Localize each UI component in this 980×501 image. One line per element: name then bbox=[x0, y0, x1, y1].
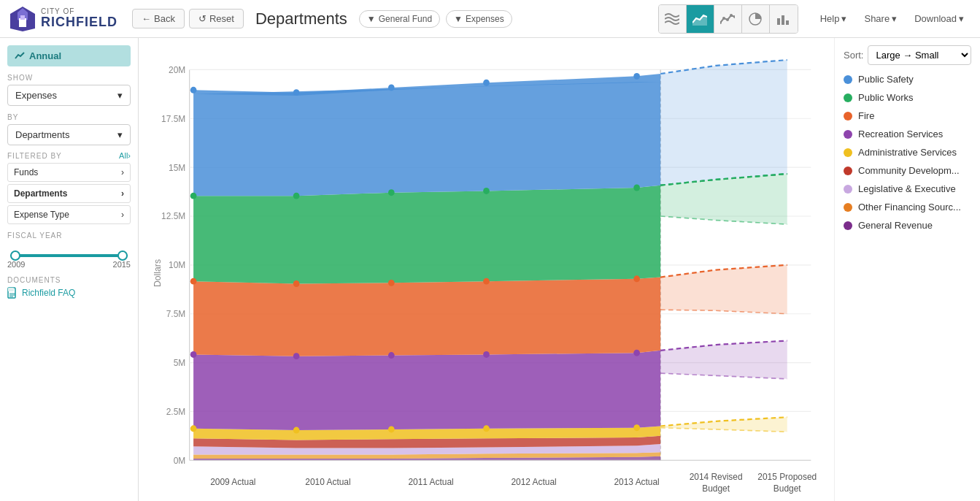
chart-area: Dollars 20M 17.5M 15M 12.5M 10M 7.5M 5M bbox=[139, 38, 834, 501]
filter-all-link[interactable]: All› bbox=[119, 151, 131, 160]
sort-select[interactable]: Large → Small bbox=[868, 45, 971, 65]
richfield-faq-link[interactable]: Richfield FAQ bbox=[7, 287, 131, 299]
share-chevron-icon: ▾ bbox=[892, 13, 897, 24]
filter-pill-general-fund[interactable]: ▼ General Fund bbox=[359, 10, 440, 28]
filter-pill-expenses[interactable]: ▼ Expenses bbox=[446, 10, 512, 28]
funds-chevron-icon: › bbox=[121, 167, 124, 177]
by-label: BY bbox=[7, 113, 131, 121]
filter-icon-2: ▼ bbox=[454, 14, 463, 24]
svg-text:12.5M: 12.5M bbox=[161, 211, 185, 221]
slider-labels: 2009 2015 bbox=[7, 260, 131, 269]
legend-item-legislative[interactable]: Legislative & Executive bbox=[844, 183, 971, 194]
svg-marker-58 bbox=[193, 74, 660, 196]
back-button[interactable]: ← Back bbox=[132, 9, 185, 28]
legend-item-recreation[interactable]: Recreation Services bbox=[844, 129, 971, 139]
logo-name: RICHFIELD bbox=[41, 15, 117, 30]
svg-text:2011 Actual: 2011 Actual bbox=[408, 477, 453, 487]
svg-text:2.5M: 2.5M bbox=[166, 407, 185, 417]
svg-text:2013 Actual: 2013 Actual bbox=[614, 477, 659, 487]
svg-text:20M: 20M bbox=[169, 65, 185, 75]
svg-text:2012 Actual: 2012 Actual bbox=[511, 477, 556, 487]
filter-expense-type[interactable]: Expense Type › bbox=[7, 205, 131, 224]
legend-item-public-works[interactable]: Public Works bbox=[844, 92, 971, 103]
svg-point-77 bbox=[483, 278, 490, 285]
svg-text:Budget: Budget bbox=[773, 483, 801, 493]
legend-dot-public-works bbox=[844, 93, 852, 102]
svg-marker-59 bbox=[660, 60, 787, 186]
svg-point-70 bbox=[293, 193, 300, 199]
svg-point-69 bbox=[190, 193, 197, 199]
legend-dot-public-safety bbox=[844, 75, 852, 84]
svg-rect-15 bbox=[8, 288, 14, 291]
fiscal-year-slider: 2009 2015 bbox=[7, 254, 131, 269]
chart-svg-container: Dollars 20M 17.5M 15M 12.5M 10M 7.5M 5M bbox=[146, 45, 827, 501]
legend-dot-legislative bbox=[844, 185, 852, 194]
slider-handle-right[interactable] bbox=[117, 250, 128, 261]
help-button[interactable]: Help ▾ bbox=[813, 9, 854, 28]
download-button[interactable]: Download ▾ bbox=[907, 9, 971, 28]
legend-dot-admin bbox=[844, 148, 852, 157]
filter-pills: ▼ General Fund ▼ Expenses bbox=[359, 10, 512, 28]
legend-dot-community-dev bbox=[844, 167, 852, 175]
legend-item-other-financing[interactable]: Other Financing Sourc... bbox=[844, 202, 971, 213]
filter-departments[interactable]: Departments › bbox=[7, 184, 131, 203]
svg-point-73 bbox=[633, 185, 640, 191]
download-chevron-icon: ▾ bbox=[959, 13, 964, 24]
svg-marker-61 bbox=[660, 265, 787, 314]
show-chevron-icon: ▾ bbox=[117, 90, 123, 101]
svg-marker-57 bbox=[193, 186, 660, 284]
svg-marker-4 bbox=[692, 15, 707, 26]
annual-view-button[interactable]: Annual bbox=[7, 45, 131, 66]
legend-item-fire[interactable]: Fire bbox=[844, 110, 971, 121]
legend-list: Public Safety Public Works Fire Recreati… bbox=[844, 74, 971, 238]
chart-type-bar[interactable] bbox=[770, 5, 798, 33]
svg-point-80 bbox=[293, 353, 300, 359]
svg-point-79 bbox=[190, 351, 197, 358]
show-dropdown[interactable]: Expenses ▾ bbox=[7, 85, 131, 106]
svg-text:0M: 0M bbox=[174, 456, 186, 466]
legend-item-admin[interactable]: Administrative Services bbox=[844, 147, 971, 158]
chart-type-pie[interactable] bbox=[742, 5, 770, 33]
chart-type-waves[interactable] bbox=[659, 5, 687, 33]
svg-text:5M: 5M bbox=[174, 358, 186, 368]
help-chevron-icon: ▾ bbox=[841, 13, 846, 24]
slider-handle-left[interactable] bbox=[10, 250, 20, 261]
legend-item-community-dev[interactable]: Community Developm... bbox=[844, 165, 971, 176]
svg-text:2014 Revised: 2014 Revised bbox=[690, 472, 743, 482]
line-icon bbox=[720, 12, 735, 26]
header: CITY OF RICHFIELD ← Back ↺ Reset Departm… bbox=[0, 0, 980, 38]
reset-button[interactable]: ↺ Reset bbox=[189, 9, 244, 28]
filtered-by-label: FILTERED BY bbox=[7, 152, 62, 160]
area-icon bbox=[692, 12, 707, 26]
svg-rect-3 bbox=[20, 15, 25, 20]
svg-point-64 bbox=[190, 87, 197, 93]
filter-funds[interactable]: Funds › bbox=[7, 163, 131, 182]
svg-point-86 bbox=[388, 426, 395, 432]
svg-text:17.5M: 17.5M bbox=[161, 114, 185, 124]
svg-text:Dollars: Dollars bbox=[153, 259, 163, 287]
svg-point-67 bbox=[483, 80, 490, 86]
document-icon bbox=[7, 287, 18, 299]
legend-item-general-revenue[interactable]: General Revenue bbox=[844, 220, 971, 231]
by-chevron-icon: ▾ bbox=[117, 129, 123, 140]
logo: CITY OF RICHFIELD bbox=[9, 5, 117, 33]
share-button[interactable]: Share ▾ bbox=[857, 9, 904, 28]
svg-point-66 bbox=[388, 84, 395, 91]
by-dropdown[interactable]: Departments ▾ bbox=[7, 124, 131, 145]
fiscal-year-label: FISCAL YEAR bbox=[7, 232, 131, 240]
svg-point-68 bbox=[633, 73, 640, 80]
legend-dot-recreation bbox=[844, 130, 852, 139]
bar-icon bbox=[776, 12, 791, 26]
svg-text:Budget: Budget bbox=[702, 483, 730, 493]
svg-marker-55 bbox=[193, 351, 660, 430]
svg-point-84 bbox=[190, 425, 197, 432]
chart-type-area[interactable] bbox=[687, 5, 714, 33]
svg-rect-12 bbox=[782, 15, 784, 25]
page-title: Departments bbox=[255, 9, 347, 28]
slider-track[interactable] bbox=[10, 254, 128, 257]
legend-item-public-safety[interactable]: Public Safety bbox=[844, 74, 971, 85]
svg-point-76 bbox=[388, 280, 395, 286]
chart-type-line[interactable] bbox=[714, 5, 742, 33]
svg-point-65 bbox=[293, 89, 300, 96]
reset-icon: ↺ bbox=[198, 13, 207, 24]
